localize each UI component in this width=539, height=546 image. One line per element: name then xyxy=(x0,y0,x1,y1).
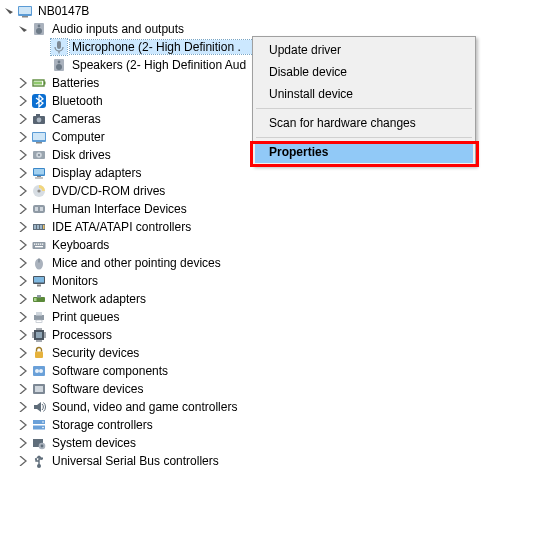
expander-icon[interactable] xyxy=(16,74,30,92)
computer-icon xyxy=(31,129,47,145)
printer-icon xyxy=(31,309,47,325)
expander-icon[interactable] xyxy=(16,110,30,128)
computer-icon xyxy=(17,3,33,19)
bluetooth-icon xyxy=(31,93,47,109)
menu-separator xyxy=(256,137,472,138)
security-icon xyxy=(31,345,47,361)
speaker-icon xyxy=(51,57,67,73)
tree-node-security-devices[interactable]: Security devices xyxy=(2,344,539,362)
node-label: Batteries xyxy=(50,76,101,90)
tree-node-system-devices[interactable]: System devices xyxy=(2,434,539,452)
tree-node-keyboards[interactable]: Keyboards xyxy=(2,236,539,254)
tree-node-hid[interactable]: Human Interface Devices xyxy=(2,200,539,218)
ctx-uninstall-device[interactable]: Uninstall device xyxy=(255,83,473,105)
node-label: Security devices xyxy=(50,346,141,360)
cd-icon xyxy=(31,183,47,199)
node-label: IDE ATA/ATAPI controllers xyxy=(50,220,193,234)
cpu-icon xyxy=(31,327,47,343)
menu-separator xyxy=(256,108,472,109)
node-label: Storage controllers xyxy=(50,418,155,432)
tree-node-processors[interactable]: Processors xyxy=(2,326,539,344)
tree-node-network-adapters[interactable]: Network adapters xyxy=(2,290,539,308)
node-label: Cameras xyxy=(50,112,103,126)
sound-icon xyxy=(31,399,47,415)
node-label: Keyboards xyxy=(50,238,111,252)
expander-icon[interactable] xyxy=(16,290,30,308)
tree-root[interactable]: NB0147B xyxy=(2,2,539,20)
system-icon xyxy=(31,435,47,451)
expander-icon[interactable] xyxy=(16,200,30,218)
expander-icon[interactable] xyxy=(16,452,30,470)
expander-icon[interactable] xyxy=(16,272,30,290)
tree-node-software-devices[interactable]: Software devices xyxy=(2,380,539,398)
expander-icon[interactable] xyxy=(2,2,16,20)
battery-icon xyxy=(31,75,47,91)
expander-icon[interactable] xyxy=(16,182,30,200)
expander-icon[interactable] xyxy=(16,236,30,254)
swc-icon xyxy=(31,363,47,379)
monitor-icon xyxy=(31,273,47,289)
node-label: Bluetooth xyxy=(50,94,105,108)
expander-icon[interactable] xyxy=(16,254,30,272)
node-label: Display adapters xyxy=(50,166,143,180)
node-label: Universal Serial Bus controllers xyxy=(50,454,221,468)
tree-node-print-queues[interactable]: Print queues xyxy=(2,308,539,326)
node-label: Monitors xyxy=(50,274,100,288)
expander-icon[interactable] xyxy=(16,218,30,236)
speaker-icon xyxy=(31,21,47,37)
tree-node-ide-ata[interactable]: IDE ATA/ATAPI controllers xyxy=(2,218,539,236)
tree-node-display-adapters[interactable]: Display adapters xyxy=(2,164,539,182)
expander-icon[interactable] xyxy=(16,398,30,416)
swdev-icon xyxy=(31,381,47,397)
expander-icon[interactable] xyxy=(16,326,30,344)
tree-node-mice[interactable]: Mice and other pointing devices xyxy=(2,254,539,272)
ide-icon xyxy=(31,219,47,235)
keyboard-icon xyxy=(31,237,47,253)
node-label: Software components xyxy=(50,364,170,378)
disk-icon xyxy=(31,147,47,163)
node-label: System devices xyxy=(50,436,138,450)
expander-icon[interactable] xyxy=(16,164,30,182)
node-label: Disk drives xyxy=(50,148,113,162)
microphone-icon xyxy=(51,39,67,55)
expander-icon[interactable] xyxy=(16,416,30,434)
leaf-label: Speakers (2- High Definition Aud xyxy=(70,58,248,72)
node-label: Print queues xyxy=(50,310,121,324)
expander-icon[interactable] xyxy=(16,146,30,164)
node-label: Audio inputs and outputs xyxy=(50,22,186,36)
network-icon xyxy=(31,291,47,307)
node-label: Sound, video and game controllers xyxy=(50,400,239,414)
tree-node-monitors[interactable]: Monitors xyxy=(2,272,539,290)
tree-node-sound-video-game[interactable]: Sound, video and game controllers xyxy=(2,398,539,416)
ctx-update-driver[interactable]: Update driver xyxy=(255,39,473,61)
tree-node-dvd-cd-rom[interactable]: DVD/CD-ROM drives xyxy=(2,182,539,200)
expander-icon[interactable] xyxy=(16,128,30,146)
camera-icon xyxy=(31,111,47,127)
node-label: Network adapters xyxy=(50,292,148,306)
node-label: Human Interface Devices xyxy=(50,202,189,216)
root-label: NB0147B xyxy=(36,4,91,18)
ctx-disable-device[interactable]: Disable device xyxy=(255,61,473,83)
hid-icon xyxy=(31,201,47,217)
tree-node-usb[interactable]: Universal Serial Bus controllers xyxy=(2,452,539,470)
node-label: DVD/CD-ROM drives xyxy=(50,184,167,198)
expander-icon[interactable] xyxy=(16,308,30,326)
context-menu: Update driver Disable device Uninstall d… xyxy=(252,36,476,166)
ctx-properties[interactable]: Properties xyxy=(255,141,473,163)
expander-icon[interactable] xyxy=(16,380,30,398)
storage-icon xyxy=(31,417,47,433)
ctx-scan-hardware[interactable]: Scan for hardware changes xyxy=(255,112,473,134)
usb-icon xyxy=(31,453,47,469)
expander-icon[interactable] xyxy=(16,362,30,380)
node-label: Processors xyxy=(50,328,114,342)
expander-icon[interactable] xyxy=(16,92,30,110)
node-label: Software devices xyxy=(50,382,145,396)
mouse-icon xyxy=(31,255,47,271)
expander-icon[interactable] xyxy=(16,20,30,38)
expander-icon[interactable] xyxy=(16,344,30,362)
display-icon xyxy=(31,165,47,181)
node-label: Computer xyxy=(50,130,107,144)
expander-icon[interactable] xyxy=(16,434,30,452)
tree-node-software-components[interactable]: Software components xyxy=(2,362,539,380)
tree-node-storage-controllers[interactable]: Storage controllers xyxy=(2,416,539,434)
